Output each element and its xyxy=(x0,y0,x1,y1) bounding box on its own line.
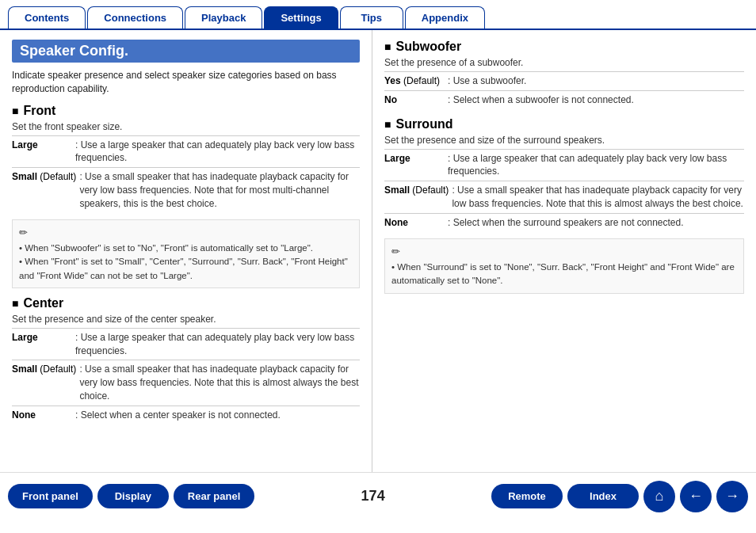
center-large-desc: : Use a large speaker that can adequatel… xyxy=(75,331,360,358)
front-large-item: Large : Use a large speaker that can ade… xyxy=(12,136,360,169)
bottom-bar: Front panel Display Rear panel 174 Remot… xyxy=(0,472,756,520)
front-note: • When "Subwoofer" is set to "No", "Fron… xyxy=(12,219,360,288)
front-def-table: Large : Use a large speaker that can ade… xyxy=(12,135,360,213)
display-button[interactable]: Display xyxy=(97,484,169,508)
center-none-desc: : Select when a center speaker is not co… xyxy=(75,409,360,422)
surround-note-1: • When "Surround" is set to "None", "Sur… xyxy=(391,261,737,288)
center-large-item: Large : Use a large speaker that can ade… xyxy=(12,329,360,361)
page-title: Speaker Config. xyxy=(12,40,360,63)
tab-playback[interactable]: Playback xyxy=(185,6,262,29)
forward-icon: → xyxy=(725,488,739,504)
subwoofer-no-item: No : Select when a subwoofer is not conn… xyxy=(384,91,744,109)
surround-desc: Set the presence and size of the surroun… xyxy=(384,135,744,146)
subwoofer-def-table: Yes (Default) : Use a subwoofer. No : Se… xyxy=(384,71,744,109)
center-small-item: Small (Default) : Use a small speaker th… xyxy=(12,360,360,405)
surround-small-desc: : Use a small speaker that has inadequat… xyxy=(452,184,744,211)
surround-small-term: Small (Default) xyxy=(384,184,452,197)
surround-none-desc: : Select when the surround speakers are … xyxy=(448,216,744,230)
subwoofer-section: Subwoofer Set the presence of a subwoofe… xyxy=(384,40,744,109)
front-heading: Front xyxy=(12,104,360,118)
surround-large-desc: : Use a large speaker that can adequatel… xyxy=(448,152,744,179)
tab-settings[interactable]: Settings xyxy=(264,6,338,29)
tab-appendix[interactable]: Appendix xyxy=(405,6,485,29)
surround-none-item: None : Select when the surround speakers… xyxy=(384,214,744,232)
main-content: Speaker Config. Indicate speaker presenc… xyxy=(0,30,756,472)
tab-contents[interactable]: Contents xyxy=(8,6,86,29)
surround-large-term: Large xyxy=(384,152,448,166)
back-button[interactable]: ← xyxy=(680,481,712,512)
subwoofer-yes-term: Yes (Default) xyxy=(384,74,448,88)
center-none-item: None : Select when a center speaker is n… xyxy=(12,406,360,424)
front-large-desc: : Use a large speaker that can adequatel… xyxy=(75,139,360,166)
front-small-term: Small (Default) xyxy=(12,170,79,184)
center-def-table: Large : Use a large speaker that can ade… xyxy=(12,328,360,424)
subwoofer-no-desc: : Select when a subwoofer is not connect… xyxy=(448,93,744,107)
front-note-1: • When "Subwoofer" is set to "No", "Fron… xyxy=(19,242,353,255)
center-none-term: None xyxy=(12,409,75,422)
front-small-desc: : Use a small speaker that has inadequat… xyxy=(79,170,360,210)
center-heading: Center xyxy=(12,296,360,310)
surround-small-item: Small (Default) : Use a small speaker th… xyxy=(384,181,744,214)
intro-text: Indicate speaker presence and select spe… xyxy=(12,69,360,96)
surround-heading: Surround xyxy=(384,117,744,131)
forward-button[interactable]: → xyxy=(716,481,748,512)
center-section: Center Set the presence and size of the … xyxy=(12,296,360,424)
center-desc: Set the presence and size of the center … xyxy=(12,314,360,325)
left-column: Speaker Config. Indicate speaker presenc… xyxy=(0,30,372,472)
surround-none-term: None xyxy=(384,216,448,230)
center-large-term: Large xyxy=(12,331,75,345)
front-section: Front Set the front speaker size. Large … xyxy=(12,104,360,288)
tab-navigation: Contents Connections Playback Settings T… xyxy=(0,0,756,30)
home-button[interactable]: ⌂ xyxy=(643,481,675,512)
remote-button[interactable]: Remote xyxy=(491,484,563,508)
front-desc: Set the front speaker size. xyxy=(12,121,360,132)
subwoofer-heading: Subwoofer xyxy=(384,40,744,54)
front-small-item: Small (Default) : Use a small speaker th… xyxy=(12,168,360,212)
center-small-desc: : Use a small speaker that has inadequat… xyxy=(79,363,360,402)
subwoofer-no-term: No xyxy=(384,93,448,107)
tab-tips[interactable]: Tips xyxy=(340,6,403,29)
right-column: Subwoofer Set the presence of a subwoofe… xyxy=(372,30,756,472)
front-note-2: • When "Front" is set to "Small", "Cente… xyxy=(19,255,353,283)
subwoofer-yes-item: Yes (Default) : Use a subwoofer. xyxy=(384,72,744,91)
index-button[interactable]: Index xyxy=(567,484,639,508)
surround-section: Surround Set the presence and size of th… xyxy=(384,117,744,294)
surround-note: • When "Surround" is set to "None", "Sur… xyxy=(384,238,744,294)
subwoofer-yes-desc: : Use a subwoofer. xyxy=(448,74,744,88)
back-icon: ← xyxy=(689,488,703,504)
rear-panel-button[interactable]: Rear panel xyxy=(174,484,254,508)
tab-connections[interactable]: Connections xyxy=(87,6,183,29)
front-large-term: Large xyxy=(12,139,75,152)
center-small-term: Small (Default) xyxy=(12,363,79,376)
page-number: 174 xyxy=(259,488,487,504)
subwoofer-desc: Set the presence of a subwoofer. xyxy=(384,57,744,68)
surround-large-item: Large : Use a large speaker that can ade… xyxy=(384,150,744,182)
home-icon: ⌂ xyxy=(655,488,664,504)
front-panel-button[interactable]: Front panel xyxy=(8,484,93,508)
surround-def-table: Large : Use a large speaker that can ade… xyxy=(384,149,744,232)
